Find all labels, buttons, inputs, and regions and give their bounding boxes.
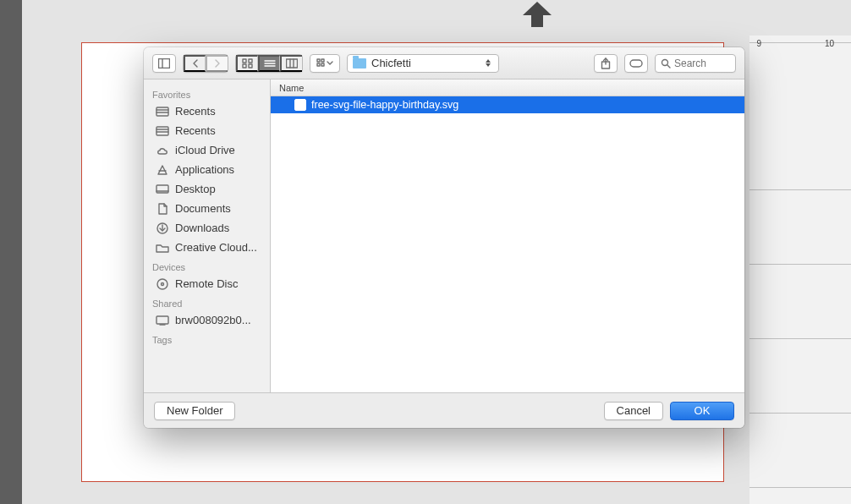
sidebar-item-label: brw008092b0... <box>175 314 251 326</box>
column-header-name[interactable]: Name <box>271 79 744 96</box>
svg-rect-9 <box>287 59 298 68</box>
path-current-folder: Chicfetti <box>371 57 411 69</box>
tags-button[interactable] <box>624 54 648 73</box>
sidebar-item-label: Recents <box>175 105 216 118</box>
ruler-label-9: 9 <box>756 39 761 48</box>
search-input[interactable] <box>674 58 725 69</box>
recents-icon <box>156 125 169 137</box>
view-mode-segmented <box>235 54 303 73</box>
svg-line-20 <box>667 65 670 68</box>
svg-point-19 <box>662 59 668 65</box>
search-field[interactable] <box>655 54 736 73</box>
file-list-pane: Name free-svg-file-happy-birthday.svg <box>271 79 744 392</box>
new-folder-button[interactable]: New Folder <box>154 402 235 420</box>
svg-rect-3 <box>249 59 252 63</box>
applications-icon <box>156 164 169 176</box>
cursor-up-arrow-icon <box>514 0 560 29</box>
sidebar-item-label: iCloud Drive <box>175 144 235 156</box>
updown-arrows-icon <box>483 59 493 67</box>
disc-icon <box>156 278 169 290</box>
sidebar-item-label: Remote Disc <box>175 277 238 290</box>
svg-point-32 <box>157 279 167 289</box>
sidebar[interactable]: Favorites Recents Recents iCloud Drive A… <box>144 79 271 392</box>
documents-icon <box>156 203 169 215</box>
file-list[interactable]: free-svg-file-happy-birthday.svg <box>271 96 744 392</box>
svg-rect-5 <box>249 64 252 68</box>
svg-rect-15 <box>321 63 324 66</box>
svg-rect-21 <box>156 107 168 116</box>
svg-rect-4 <box>243 64 246 68</box>
ruler-vertical <box>749 36 851 504</box>
forward-button[interactable] <box>206 55 228 72</box>
sidebar-header-shared: Shared <box>144 293 270 310</box>
svg-rect-2 <box>243 59 246 63</box>
back-button[interactable] <box>184 55 206 72</box>
svg-rect-14 <box>317 63 320 66</box>
search-icon <box>661 58 671 68</box>
svg-rect-0 <box>159 58 170 68</box>
downloads-icon <box>156 222 169 234</box>
sidebar-item-icloud[interactable]: iCloud Drive <box>144 140 270 160</box>
sidebar-item-remote-disc[interactable]: Remote Disc <box>144 274 270 293</box>
sidebar-toggle-button[interactable] <box>152 54 176 73</box>
view-icons-button[interactable] <box>236 55 258 72</box>
file-row[interactable]: free-svg-file-happy-birthday.svg <box>271 96 744 113</box>
recents-icon <box>156 106 169 118</box>
sidebar-item-documents[interactable]: Documents <box>144 199 270 218</box>
dialog-footer: New Folder Cancel OK <box>144 392 744 428</box>
folder-icon <box>353 58 366 68</box>
sidebar-header-favorites: Favorites <box>144 85 270 101</box>
svg-rect-13 <box>321 59 324 62</box>
sidebar-item-creative-cloud[interactable]: Creative Cloud... <box>144 238 270 257</box>
share-button[interactable] <box>594 54 618 73</box>
view-columns-button[interactable] <box>280 55 302 72</box>
sidebar-item-recents[interactable]: Recents <box>144 121 270 140</box>
svg-rect-18 <box>630 60 642 67</box>
svg-rect-34 <box>156 316 168 324</box>
file-icon <box>294 99 306 111</box>
folder-icon <box>156 242 169 254</box>
ruler-label-10: 10 <box>825 39 834 48</box>
ok-button[interactable]: OK <box>670 402 734 420</box>
sidebar-header-tags: Tags <box>144 330 270 347</box>
sidebar-item-label: Desktop <box>175 183 216 195</box>
sidebar-item-shared-computer[interactable]: brw008092b0... <box>144 310 270 330</box>
sidebar-header-devices: Devices <box>144 257 270 274</box>
open-file-dialog: Chicfetti Favorites Recents Recents <box>144 47 744 428</box>
sidebar-item-label: Recents <box>175 124 216 137</box>
sidebar-item-desktop[interactable]: Desktop <box>144 179 270 199</box>
app-left-strip <box>0 0 22 504</box>
sidebar-item-downloads[interactable]: Downloads <box>144 218 270 238</box>
sidebar-item-label: Documents <box>175 202 231 215</box>
dialog-toolbar: Chicfetti <box>144 47 744 79</box>
sidebar-item-applications[interactable]: Applications <box>144 160 270 179</box>
icloud-icon <box>156 145 169 156</box>
desktop-icon <box>156 184 169 195</box>
svg-rect-12 <box>317 59 320 62</box>
svg-point-33 <box>162 282 164 285</box>
computer-icon <box>156 315 169 326</box>
sidebar-item-label: Applications <box>175 163 234 176</box>
sidebar-item-recents[interactable]: Recents <box>144 101 270 121</box>
sidebar-item-label: Downloads <box>175 222 229 234</box>
view-list-button[interactable] <box>258 55 280 72</box>
cancel-button[interactable]: Cancel <box>604 402 663 420</box>
group-by-dropdown[interactable] <box>310 54 340 73</box>
path-popup[interactable]: Chicfetti <box>347 54 499 73</box>
sidebar-item-label: Creative Cloud... <box>175 241 257 254</box>
svg-rect-24 <box>156 127 168 135</box>
nav-back-forward <box>183 54 228 73</box>
file-name: free-svg-file-happy-birthday.svg <box>311 99 458 111</box>
